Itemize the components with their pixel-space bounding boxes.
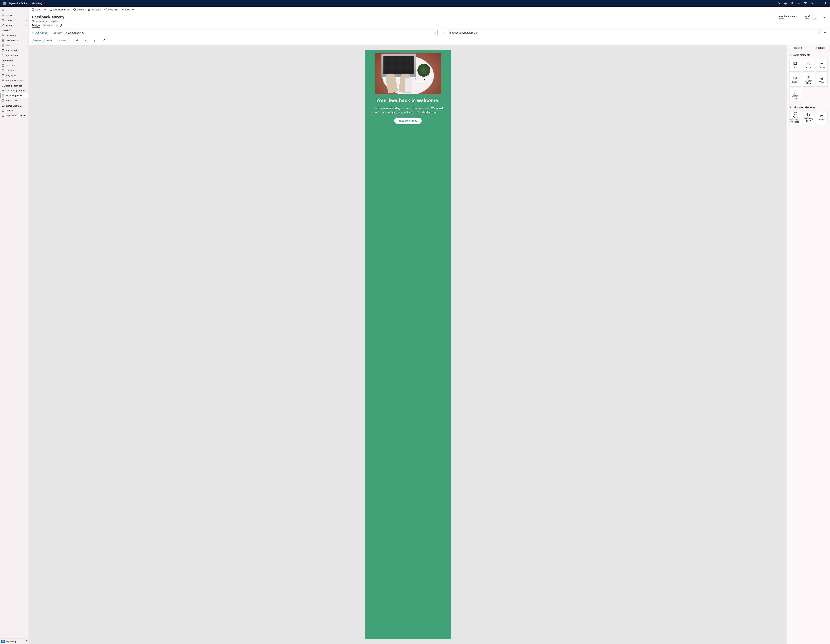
help-icon[interactable] [816, 0, 822, 6]
header-field-status[interactable]: Draft Status reason [802, 15, 819, 20]
dashboard-icon [2, 39, 4, 42]
canvas-area[interactable]: Your feedback is welcome! Thank you for … [29, 45, 787, 644]
sidebar-toggle[interactable] [0, 6, 29, 13]
editor-tab-designer[interactable]: Designer [32, 39, 43, 42]
command-bar: Save Check for errors Go live Test send … [29, 6, 830, 13]
svg-point-7 [5, 4, 5, 5]
svg-point-41 [808, 63, 808, 63]
cmd-flow[interactable]: Flow [121, 8, 135, 12]
chevron-down-icon [44, 9, 46, 11]
tile-qr-code[interactable]: Event registration QR code [789, 111, 801, 124]
header-expand[interactable] [822, 15, 827, 20]
settings-gear-icon[interactable] [809, 0, 816, 6]
nav-home[interactable]: Home [0, 13, 29, 18]
text-icon: Abc [793, 62, 797, 65]
nav-label: Home [6, 14, 27, 17]
flow-icon [122, 8, 124, 11]
cmd-go-live[interactable]: Go live [73, 8, 84, 12]
assistant-icon[interactable] [789, 0, 795, 6]
nav-appointments[interactable]: Appointments [0, 48, 29, 53]
toolbox-group-basic[interactable]: Basic elements [787, 51, 830, 58]
fields-expand[interactable] [823, 32, 827, 34]
toolbox-group-advanced[interactable]: Advanced elements [787, 104, 830, 110]
tile-divider[interactable]: Divider [816, 58, 828, 71]
tile-content-block[interactable]: Content block [803, 73, 814, 87]
form-selector[interactable]: Designer [50, 20, 61, 22]
email-cta-button[interactable]: Take the survey [394, 117, 421, 124]
task-flow-icon[interactable] [782, 0, 789, 6]
tile-custom-code[interactable]: Custom code [789, 88, 801, 102]
subject-input[interactable]: Feedback survey [65, 30, 437, 35]
tile-video[interactable]: Video [816, 73, 828, 87]
toolbox-tab-toolbox[interactable]: Toolbox [787, 45, 809, 51]
account-icon[interactable] [822, 0, 829, 6]
tile-text[interactable]: AbcText [789, 58, 801, 71]
cmd-send-now[interactable]: Send now [104, 8, 119, 12]
email-heading[interactable]: Your feedback is welcome! [370, 98, 446, 103]
tab-summary[interactable]: Summary [43, 24, 53, 28]
nav-contacts[interactable]: Contacts [0, 68, 29, 73]
toolbox-tab-properties[interactable]: Properties [809, 45, 830, 51]
expand-icon [103, 39, 106, 42]
tile-marketing-page[interactable]: Marketing page [803, 111, 814, 124]
header-field-name[interactable]: Feedback survey Name [776, 15, 800, 20]
email-canvas[interactable]: Your feedback is welcome! Thank you for … [365, 50, 451, 639]
nav-customer-journeys[interactable]: Customer journeys [0, 88, 29, 93]
nav-recent[interactable]: Recent [0, 18, 29, 23]
to-input[interactable]: {{ contact.emailaddress1 }} [448, 30, 821, 35]
tile-image[interactable]: Image [803, 58, 814, 71]
add-icon[interactable] [795, 0, 802, 6]
add-ab-test-button[interactable]: Add A/B test [32, 32, 48, 34]
check-circle-icon [73, 8, 76, 11]
svg-point-13 [825, 3, 826, 3]
editor-redo-button[interactable] [93, 38, 98, 43]
nav-segments[interactable]: Segments [0, 73, 29, 78]
nav-label: Accounts [6, 64, 27, 67]
nav-social-posts[interactable]: Social posts [0, 98, 29, 103]
cmd-test-send[interactable]: Test send [87, 8, 101, 12]
nav-event-registrations[interactable]: Event Registrations [0, 113, 29, 118]
nav-pinned[interactable]: Pinned [0, 23, 29, 28]
email-body-text[interactable]: Thank you for attending our event this p… [372, 106, 444, 114]
list-icon [2, 79, 4, 82]
filter-icon[interactable] [802, 0, 809, 6]
nav-label: Subscription lists [6, 79, 27, 82]
brand-switcher[interactable]: Dynamics 365 [8, 2, 29, 5]
nav-label: Pinned [6, 24, 24, 27]
editor-tab-preview[interactable]: Preview [57, 39, 67, 42]
cmd-label: Check for errors [54, 8, 70, 11]
cmd-save[interactable]: Save [31, 8, 41, 12]
editor-fullscreen-button[interactable] [101, 38, 107, 43]
nav-marketing-emails[interactable]: Marketing emails [0, 93, 29, 98]
cmd-check-errors[interactable]: Check for errors [49, 8, 70, 12]
calendar-check-icon [2, 114, 4, 117]
nav-get-started[interactable]: Get started [0, 33, 29, 38]
email-hero-image[interactable] [375, 53, 441, 94]
search-icon[interactable] [776, 0, 782, 6]
app-launcher-icon[interactable] [1, 0, 8, 6]
code-icon[interactable] [817, 31, 819, 34]
tab-design[interactable]: Design [32, 24, 40, 28]
editor-undo-button[interactable] [84, 38, 89, 43]
code-icon[interactable] [433, 31, 436, 34]
cmd-save-dropdown[interactable] [43, 8, 47, 11]
nav-events[interactable]: Events [0, 108, 29, 113]
tile-button[interactable]: Button [789, 73, 801, 87]
editor-tab-html[interactable]: HTML [46, 39, 54, 42]
nav-dashboards[interactable]: Dashboards [0, 38, 29, 43]
svg-rect-15 [2, 40, 3, 40]
home-icon [2, 14, 4, 17]
svg-point-25 [2, 80, 2, 81]
tile-event[interactable]: Event [816, 111, 828, 124]
header-fields-row: Add A/B test Subject * Feedback survey T… [29, 28, 830, 37]
cmd-label: Save [35, 8, 41, 11]
area-switcher[interactable]: M Marketing [0, 639, 29, 644]
editor-add-button[interactable] [75, 38, 80, 43]
tab-insights[interactable]: Insights [57, 24, 64, 28]
nav-accounts[interactable]: Accounts [0, 63, 29, 68]
nav-phone-calls[interactable]: Phone Calls [0, 53, 29, 58]
nav-label: Phone Calls [6, 54, 27, 57]
nav-tasks[interactable]: Tasks [0, 43, 29, 48]
nav-subscription-lists[interactable]: Subscription lists [0, 78, 29, 83]
play-icon [2, 34, 4, 37]
